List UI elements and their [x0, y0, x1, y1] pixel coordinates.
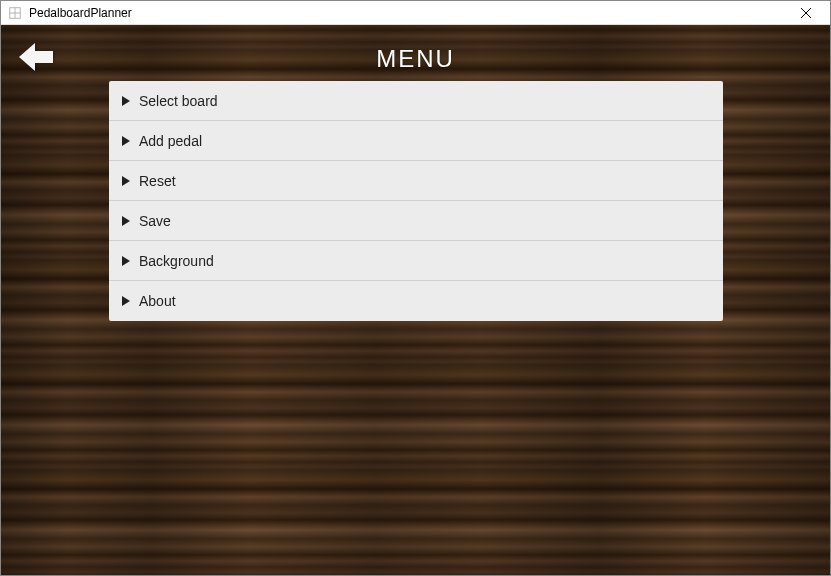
- menu-panel: Select board Add pedal Reset Save: [109, 81, 723, 321]
- menu-item-label: Background: [139, 253, 214, 269]
- svg-marker-7: [122, 136, 130, 146]
- menu-item-about[interactable]: About: [109, 281, 723, 321]
- svg-marker-11: [122, 296, 130, 306]
- menu-item-add-pedal[interactable]: Add pedal: [109, 121, 723, 161]
- menu-item-reset[interactable]: Reset: [109, 161, 723, 201]
- window-close-button[interactable]: [786, 2, 826, 24]
- menu-item-label: Select board: [139, 93, 218, 109]
- chevron-right-icon: [119, 254, 133, 268]
- menu-item-save[interactable]: Save: [109, 201, 723, 241]
- menu-item-label: Save: [139, 213, 171, 229]
- app-icon: [7, 5, 23, 21]
- menu-heading: MENU: [1, 45, 830, 73]
- svg-marker-10: [122, 256, 130, 266]
- content-area: MENU Select board Add pedal Reset: [1, 25, 830, 575]
- app-window: PedalboardPlanner MENU Select board: [0, 0, 831, 576]
- chevron-right-icon: [119, 294, 133, 308]
- titlebar: PedalboardPlanner: [1, 1, 830, 25]
- svg-marker-9: [122, 216, 130, 226]
- chevron-right-icon: [119, 174, 133, 188]
- window-title: PedalboardPlanner: [29, 6, 786, 20]
- menu-item-background[interactable]: Background: [109, 241, 723, 281]
- menu-item-select-board[interactable]: Select board: [109, 81, 723, 121]
- svg-marker-6: [122, 96, 130, 106]
- svg-marker-8: [122, 176, 130, 186]
- menu-item-label: Add pedal: [139, 133, 202, 149]
- chevron-right-icon: [119, 214, 133, 228]
- menu-item-label: About: [139, 293, 176, 309]
- menu-item-label: Reset: [139, 173, 176, 189]
- chevron-right-icon: [119, 94, 133, 108]
- chevron-right-icon: [119, 134, 133, 148]
